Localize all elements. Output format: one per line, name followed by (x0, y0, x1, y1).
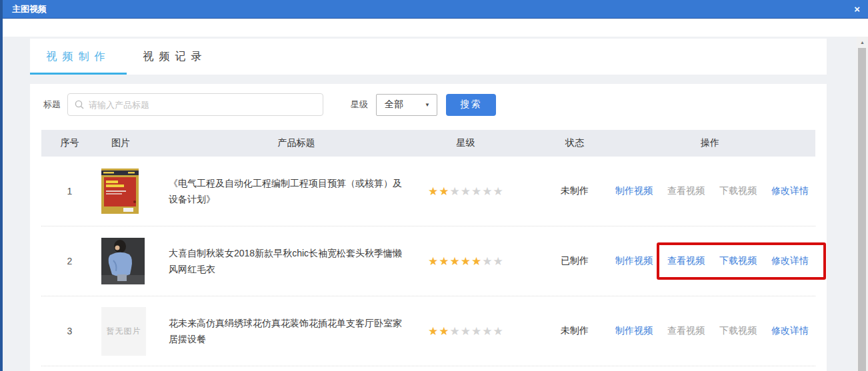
main-image-video-modal: 主图视频 × 视频制作 视频记录 标题 (0, 0, 868, 371)
download-video-link[interactable]: 下载视频 (719, 185, 757, 197)
table-row: 3 暂无图片 花未来高仿真绢绣球花仿真花装饰花插花单支客厅卧室家居摆设餐 ★★★… (41, 296, 815, 366)
star-filled-icon: ★ (439, 185, 449, 198)
header-image: 图片 (98, 137, 165, 149)
search-button[interactable]: 搜索 (446, 94, 496, 116)
modal-body: 视频制作 视频记录 标题 星级 (3, 19, 868, 371)
status-text: 未制作 (545, 185, 605, 197)
view-video-link[interactable]: 查看视频 (667, 185, 705, 197)
star-filled-icon: ★ (471, 255, 482, 268)
download-video-link[interactable]: 下载视频 (719, 325, 757, 337)
product-title: 大喜自制秋装女2018新款早秋chic长袖宽松套头秋季慵懒风网红毛衣 (165, 245, 428, 277)
filter-row: 标题 星级 全部 ▼ 搜索 (30, 84, 827, 116)
star-empty-icon: ★ (471, 185, 482, 198)
star-level-select[interactable]: 全部 ▼ (376, 94, 437, 116)
table-header: 序号 图片 产品标题 星级 状态 操作 (41, 130, 815, 157)
edit-details-link[interactable]: 修改详情 (771, 185, 809, 197)
actions-cell: 制作视频 查看视频 下载视频 修改详情 (605, 325, 815, 337)
row-index: 3 (41, 326, 98, 336)
tab-video-production[interactable]: 视频制作 (30, 39, 127, 75)
star-empty-icon: ★ (493, 325, 504, 338)
star-empty-icon: ★ (493, 255, 504, 268)
chevron-down-icon: ▼ (425, 102, 430, 108)
edit-details-link[interactable]: 修改详情 (771, 325, 809, 337)
product-image-book (101, 169, 139, 214)
star-empty-icon: ★ (493, 185, 504, 198)
star-filled-icon: ★ (461, 255, 471, 268)
actions-cell: 制作视频 查看视频 下载视频 修改详情 (605, 255, 815, 267)
view-video-link[interactable]: 查看视频 (667, 255, 705, 267)
star-filled-icon: ★ (439, 325, 449, 338)
vertical-scrollbar: ▲ (857, 37, 868, 371)
star-empty-icon: ★ (482, 185, 493, 198)
no-image-text: 暂无图片 (107, 326, 141, 337)
actions-cell: 制作视频 查看视频 下载视频 修改详情 (605, 185, 815, 197)
tabs-bar: 视频制作 视频记录 (30, 39, 827, 75)
star-filled-icon: ★ (450, 255, 461, 268)
star-rating: ★★★★★★★ (428, 254, 545, 268)
star-empty-icon: ★ (461, 185, 471, 198)
make-video-link[interactable]: 制作视频 (615, 185, 653, 197)
no-image-placeholder: 暂无图片 (101, 307, 146, 356)
header-index: 序号 (41, 137, 98, 149)
header-actions: 操作 (605, 137, 815, 149)
star-level-selected-value: 全部 (385, 99, 403, 111)
title-search-input[interactable] (89, 100, 316, 110)
product-title: 花未来高仿真绢绣球花仿真花装饰花插花单支客厅卧室家居摆设餐 (165, 315, 428, 347)
main-panel: 标题 星级 全部 ▼ 搜索 (30, 84, 827, 371)
title-search-field[interactable] (67, 93, 323, 116)
tab-label: 视频制作 (47, 50, 111, 64)
star-filled-icon: ★ (439, 255, 449, 268)
status-text: 已制作 (545, 255, 605, 267)
star-empty-icon: ★ (482, 255, 493, 268)
table-row: 2 大喜自制秋装女2018 (41, 226, 815, 296)
modal-title: 主图视频 (0, 3, 47, 15)
star-empty-icon: ★ (471, 325, 482, 338)
header-star-level: 星级 (428, 137, 545, 149)
title-filter-label: 标题 (43, 99, 61, 111)
star-empty-icon: ★ (450, 325, 461, 338)
tab-label: 视频记录 (143, 50, 207, 64)
highlight-box: 查看视频 下载视频 修改详情 (657, 173, 826, 210)
row-index: 2 (41, 256, 98, 266)
products-table: 序号 图片 产品标题 星级 状态 操作 1 (41, 130, 815, 366)
modal-left-border (0, 0, 3, 371)
star-filled-icon: ★ (428, 255, 439, 268)
highlight-box: 查看视频 下载视频 修改详情 (657, 312, 826, 350)
table-row: 1 (41, 157, 815, 226)
star-filled-icon: ★ (428, 185, 439, 198)
make-video-link[interactable]: 制作视频 (615, 255, 653, 267)
highlight-box: 查看视频 下载视频 修改详情 (657, 242, 826, 280)
product-title: 《电气工程及自动化工程编制工程项目预算（或核算）及设备计划》 (165, 175, 428, 207)
content-area: 视频制作 视频记录 标题 星级 (3, 37, 857, 371)
header-status: 状态 (545, 137, 605, 149)
download-video-link[interactable]: 下载视频 (719, 255, 757, 267)
product-image-model-photo (101, 238, 145, 284)
row-index: 1 (41, 186, 98, 196)
status-text: 未制作 (545, 325, 605, 337)
star-filter-label: 星级 (351, 99, 368, 111)
star-empty-icon: ★ (461, 325, 471, 338)
close-icon[interactable]: × (846, 0, 868, 19)
view-video-link[interactable]: 查看视频 (667, 325, 705, 337)
make-video-link[interactable]: 制作视频 (615, 325, 653, 337)
tab-video-records[interactable]: 视频记录 (127, 39, 223, 75)
star-empty-icon: ★ (450, 185, 461, 198)
scroll-up-arrow-icon[interactable]: ▲ (857, 37, 868, 48)
modal-titlebar: 主图视频 × (0, 0, 868, 19)
scrollbar-thumb[interactable] (858, 48, 866, 371)
search-icon (75, 100, 84, 109)
star-rating: ★★★★★★★ (428, 324, 545, 338)
header-product-title: 产品标题 (165, 137, 428, 149)
star-empty-icon: ★ (482, 325, 493, 338)
edit-details-link[interactable]: 修改详情 (771, 255, 809, 267)
star-rating: ★★★★★★★ (428, 185, 545, 198)
star-filled-icon: ★ (428, 325, 439, 338)
